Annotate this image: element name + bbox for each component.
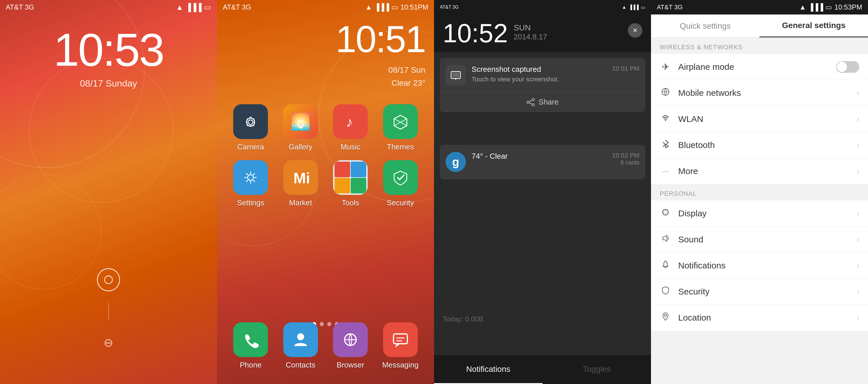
- airplane-toggle[interactable]: [836, 61, 859, 73]
- app-music[interactable]: ♪ Music: [327, 104, 374, 151]
- themes-label: Themes: [387, 143, 414, 151]
- notif-battery-icon: ▭: [641, 5, 645, 10]
- sound-label: Sound: [678, 235, 857, 244]
- camera-label: Camera: [237, 143, 264, 151]
- dock-browser[interactable]: Browser: [327, 322, 374, 370]
- location-label: Location: [678, 313, 857, 323]
- dock-messaging[interactable]: Messaging: [377, 322, 424, 370]
- home-time: 10:51PM: [400, 3, 428, 11]
- wlan-arrow: ›: [857, 114, 859, 124]
- svg-point-26: [664, 314, 666, 317]
- app-market[interactable]: Mi Market: [277, 160, 324, 207]
- settings-item-sound[interactable]: Sound ›: [651, 227, 868, 253]
- settings-item-wlan[interactable]: WLAN ›: [651, 106, 868, 132]
- svg-point-1: [248, 120, 253, 124]
- tab-quick-settings[interactable]: Quick settings: [651, 14, 760, 37]
- indicator-line: [108, 303, 109, 320]
- svg-point-19: [532, 104, 534, 106]
- settings-item-mobile[interactable]: Mobile networks ›: [651, 80, 868, 106]
- notification-item-screenshot[interactable]: Screenshot captured Touch to view your s…: [440, 58, 645, 92]
- settings-item-airplane[interactable]: ✈ Airplane mode: [651, 54, 868, 80]
- dock: Phone Contacts Browser Messaging: [217, 322, 434, 370]
- gallery-label: Gallery: [289, 143, 312, 151]
- svg-text:Mi: Mi: [293, 170, 310, 186]
- unlock-button[interactable]: [97, 268, 120, 291]
- share-action[interactable]: Share: [440, 92, 645, 112]
- svg-point-0: [247, 118, 255, 126]
- wlan-label: WLAN: [678, 114, 857, 124]
- music-label: Music: [341, 143, 360, 151]
- home-wifi-icon: ▲: [365, 3, 372, 11]
- screenshot-notif-content: Screenshot captured Touch to view your s…: [472, 65, 612, 83]
- settings-item-bluetooth[interactable]: Bluetooth ›: [651, 132, 868, 158]
- status-icons: ▲ ▐▐▐ ▭: [176, 3, 211, 12]
- notifications-label: Notifications: [678, 261, 857, 270]
- svg-text:♪: ♪: [346, 114, 353, 130]
- app-themes[interactable]: Themes: [377, 104, 424, 151]
- phone-icon: [233, 322, 268, 357]
- svg-point-16: [455, 79, 456, 80]
- app-camera[interactable]: Camera: [227, 104, 274, 151]
- home-date-line1: 08/17 Sun: [388, 64, 425, 77]
- security-label: Security: [387, 198, 414, 207]
- bottom-icon[interactable]: ⊖: [103, 336, 114, 349]
- settings-item-security[interactable]: Security ›: [651, 278, 868, 305]
- app-tools[interactable]: Tools: [327, 160, 374, 207]
- notification-item-weather[interactable]: g 74° - Clear 10:52 PM 8 cards: [440, 145, 645, 179]
- settings-item-more[interactable]: ··· More ›: [651, 158, 868, 184]
- screenshot-notif-time: 10:51 PM: [612, 65, 640, 72]
- more-label: More: [678, 166, 857, 176]
- phone-label: Phone: [240, 360, 261, 370]
- status-bar: AT&T 3G ▲ ▐▐▐ ▭: [0, 0, 217, 14]
- browser-icon: [333, 322, 368, 357]
- sound-icon: [660, 234, 671, 245]
- settings-label: Settings: [237, 198, 264, 207]
- dock-phone[interactable]: Phone: [227, 322, 274, 370]
- settings-tabs: Quick settings General settings: [651, 14, 868, 38]
- settings-item-notifications[interactable]: Notifications ›: [651, 253, 868, 278]
- close-notifications-button[interactable]: ×: [628, 23, 642, 38]
- browser-label: Browser: [337, 360, 364, 370]
- tab-toggles-label: Toggles: [583, 364, 611, 374]
- tab-toggles[interactable]: Toggles: [542, 355, 651, 384]
- notif-signal-icon: ▐▐▐: [629, 5, 639, 10]
- apps-grid: Camera 🌅 Gallery ♪ Music Themes: [217, 104, 434, 216]
- home-carrier: AT&T 3G: [223, 3, 251, 11]
- bluetooth-label: Bluetooth: [678, 140, 857, 150]
- home-clock: 10:51: [336, 18, 425, 61]
- settings-carrier-text: AT&T 3G: [657, 3, 683, 11]
- screenshot-notif-desc: Touch to view your screenshot.: [472, 76, 612, 83]
- lock-screen-time: 10:53: [0, 23, 217, 77]
- weather-notif-cards: 8 cards: [612, 159, 640, 166]
- tab-notifications-label: Notifications: [466, 364, 510, 374]
- notification-card-1: Screenshot captured Touch to view your s…: [440, 58, 645, 112]
- personal-settings-card: Display › Sound › Notifications ›: [651, 200, 868, 331]
- themes-icon: [383, 104, 418, 139]
- settings-screen: AT&T 3G ▲ ▐▐▐ ▭ 10:53PM Quick settings G…: [651, 0, 868, 384]
- settings-carrier: AT&T 3G: [657, 3, 683, 11]
- bluetooth-arrow: ›: [857, 141, 859, 150]
- dock-contacts[interactable]: Contacts: [277, 322, 324, 370]
- app-settings[interactable]: Settings: [227, 160, 274, 207]
- screenshot-notif-icon: [445, 65, 466, 85]
- settings-item-display[interactable]: Display ›: [651, 200, 868, 227]
- svg-point-18: [527, 101, 529, 104]
- home-battery-icon: ▭: [392, 3, 398, 11]
- settings-icon: [233, 160, 268, 195]
- notification-carrier: AT&T 3G: [440, 5, 459, 10]
- data-usage: Today: 0.00B: [440, 312, 645, 326]
- settings-item-location[interactable]: Location ›: [651, 305, 868, 331]
- toggle-knob: [837, 62, 847, 72]
- svg-line-21: [529, 103, 532, 104]
- battery-icon: ▭: [204, 3, 211, 12]
- tab-notifications[interactable]: Notifications: [434, 355, 542, 384]
- wlan-icon: [660, 114, 671, 124]
- svg-rect-11: [394, 334, 407, 344]
- app-security[interactable]: Security: [377, 160, 424, 207]
- tab-general-settings[interactable]: General settings: [760, 14, 868, 37]
- settings-status-right: ▲ ▐▐▐ ▭ 10:53PM: [799, 3, 862, 11]
- app-gallery[interactable]: 🌅 Gallery: [277, 104, 324, 151]
- notif-wifi-icon: ▲: [622, 5, 626, 10]
- tools-label: Tools: [342, 198, 359, 207]
- tools-icon: [333, 160, 368, 195]
